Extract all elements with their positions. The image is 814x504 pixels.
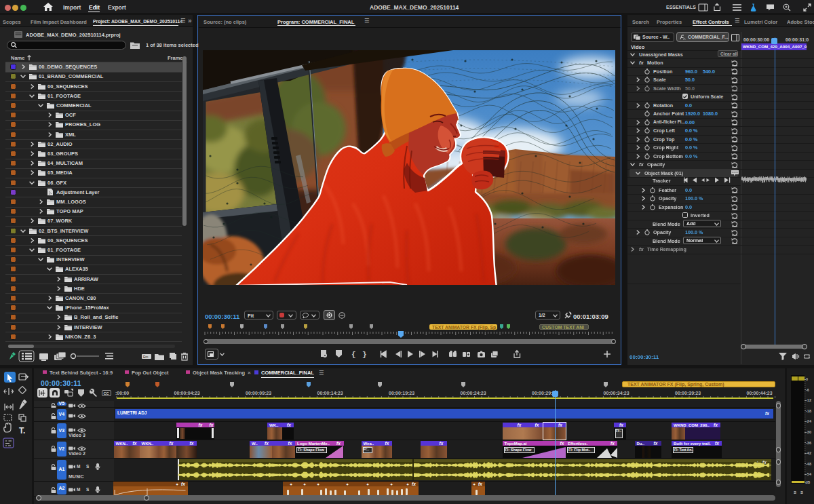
svg-text:Em: Em	[143, 355, 149, 359]
svg-text:T.: T.	[19, 426, 25, 435]
svg-text:}: }	[362, 351, 367, 359]
svg-text:{: {	[351, 351, 356, 359]
